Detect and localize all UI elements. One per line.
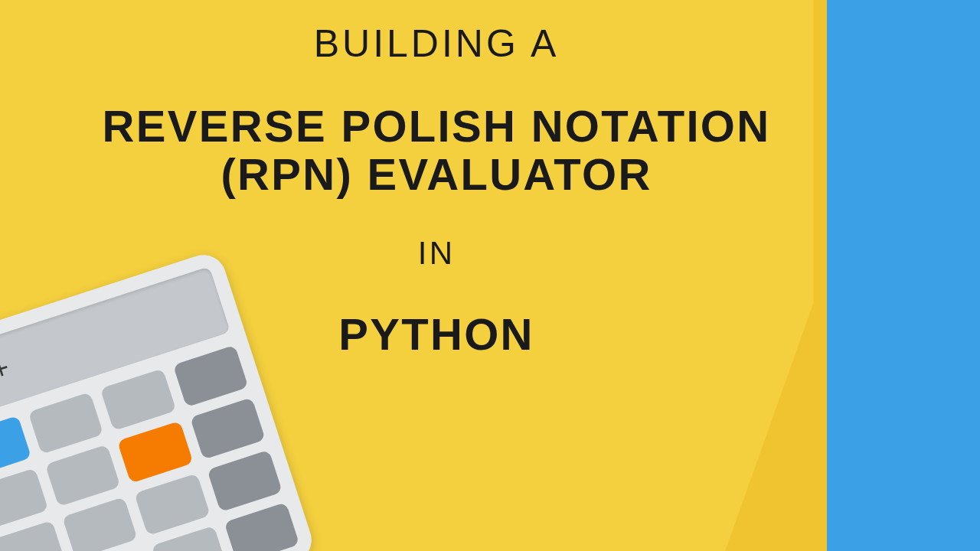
calc-key <box>134 473 210 536</box>
calc-key <box>117 421 193 484</box>
calc-key <box>0 416 31 478</box>
calc-key <box>28 392 103 455</box>
calc-key <box>44 445 120 507</box>
title-line-1: BUILDING A <box>92 21 781 66</box>
calc-key <box>0 520 65 551</box>
calc-key <box>224 502 299 551</box>
calc-key <box>0 468 48 530</box>
calc-key <box>172 345 248 408</box>
title-line-2: REVERSE POLISH NOTATION (RPN) EVALUATOR <box>92 103 781 198</box>
calc-key <box>100 369 176 432</box>
calc-key <box>62 497 138 551</box>
blue-background-stripe <box>827 0 980 551</box>
calc-key <box>207 450 283 513</box>
calc-key <box>190 397 266 460</box>
